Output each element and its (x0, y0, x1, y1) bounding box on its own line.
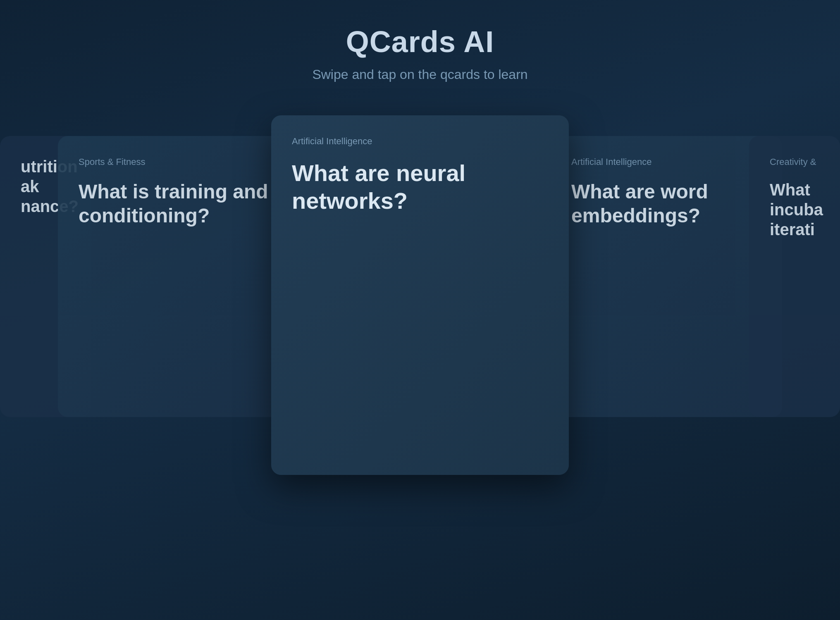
card-far-right-category: Creativity & (770, 157, 819, 167)
card-right-category: Artificial Intelligence (571, 157, 761, 167)
card-left[interactable]: Sports & Fitness What is training and co… (58, 136, 289, 417)
carousel: utritionaknance? Sports & Fitness What i… (0, 115, 840, 438)
app-subtitle: Swipe and tap on the qcards to learn (312, 67, 527, 82)
header: QCards AI Swipe and tap on the qcards to… (312, 0, 527, 82)
card-right-question: What are word embeddings? (571, 180, 761, 227)
card-left-question: What is training and conditioning? (79, 180, 269, 227)
app-title: QCards AI (312, 25, 527, 59)
card-center-category: Artificial Intelligence (292, 136, 548, 147)
card-center-question: What are neural networks? (292, 159, 548, 215)
card-center[interactable]: Artificial Intelligence What are neural … (271, 115, 569, 475)
card-right[interactable]: Artificial Intelligence What are word em… (551, 136, 782, 417)
card-far-right-question: Whatincubaiterati (770, 180, 819, 239)
card-far-right[interactable]: Creativity & Whatincubaiterati (749, 136, 840, 417)
card-left-category: Sports & Fitness (79, 157, 269, 167)
